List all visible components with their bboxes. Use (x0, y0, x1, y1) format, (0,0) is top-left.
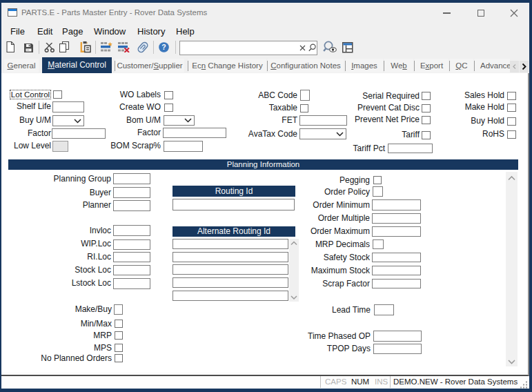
svg-text:?: ? (161, 43, 166, 51)
